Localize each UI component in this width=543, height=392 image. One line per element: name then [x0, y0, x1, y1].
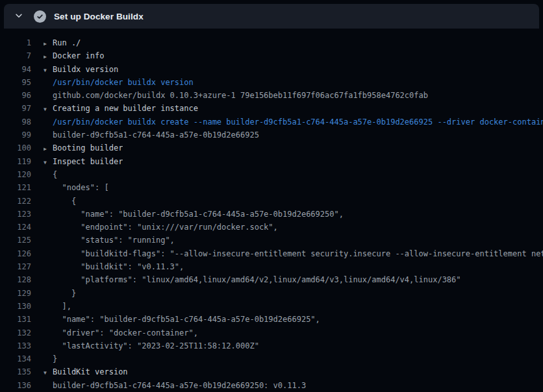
output-text: } [53, 287, 76, 300]
log-line: 96 github.com/docker/buildx 0.10.3+azure… [0, 89, 543, 102]
group-expanded-icon[interactable]: ▼ [44, 64, 53, 77]
output-text: "nodes": [ [53, 181, 109, 194]
line-number[interactable]: 132 [0, 326, 31, 339]
line-number[interactable]: 99 [0, 129, 31, 141]
log-line: 98 /usr/bin/docker buildx create --name … [0, 116, 543, 129]
line-number[interactable]: 121 [0, 181, 31, 194]
log-line: 130 ], [0, 300, 543, 313]
group-title: BuildKit version [53, 365, 128, 378]
line-number[interactable]: 96 [0, 89, 31, 102]
line-number[interactable]: 98 [0, 116, 31, 129]
output-text: github.com/docker/buildx 0.10.3+azure-1 … [53, 89, 428, 102]
log-line: 127 "buildkit": "v0.11.3", [0, 260, 543, 273]
output-text: "name": "builder-d9cfb5a1-c764-445a-a57e… [53, 313, 320, 326]
log-line: 123 "name": "builder-d9cfb5a1-c764-445a-… [0, 208, 543, 221]
log-group-line[interactable]: 94 ▼ Buildx version [0, 63, 543, 76]
log-group-line[interactable]: 1 ▶ Run ./ [0, 36, 543, 49]
log-line: 136 builder-d9cfb5a1-c764-445a-a57e-0b19… [0, 379, 543, 392]
line-number[interactable]: 131 [0, 313, 31, 326]
line-number[interactable]: 129 [0, 287, 31, 300]
step-header[interactable]: Set up Docker Buildx [4, 4, 539, 29]
line-number[interactable]: 135 [0, 365, 31, 378]
group-collapsed-icon[interactable]: ▶ [44, 51, 53, 64]
line-number[interactable]: 127 [0, 260, 31, 273]
chevron-down-icon [14, 11, 23, 22]
output-text: ], [53, 300, 71, 313]
line-number[interactable]: 128 [0, 273, 31, 286]
output-text: { [53, 195, 76, 208]
line-number[interactable]: 122 [0, 195, 31, 208]
output-text: "name": "builder-d9cfb5a1-c764-445a-a57e… [53, 208, 344, 221]
log-group-line[interactable]: 135 ▼ BuildKit version [0, 365, 543, 378]
group-title: Creating a new builder instance [53, 102, 198, 115]
line-number[interactable]: 1 [0, 36, 31, 49]
group-title: Booting builder [53, 141, 123, 154]
log-line: 132 "driver": "docker-container", [0, 326, 543, 339]
output-text: { [53, 168, 57, 181]
line-number[interactable]: 134 [0, 352, 31, 365]
output-text: builder-d9cfb5a1-c764-445a-a57e-0b19d2e6… [53, 129, 259, 141]
group-title: Buildx version [53, 63, 118, 76]
group-title: Run ./ [53, 36, 81, 49]
log-line: 133 "lastActivity": "2023-02-25T11:58:12… [0, 339, 543, 352]
log-group-line[interactable]: 100 ▶ Booting builder [0, 141, 543, 154]
output-text: "driver": "docker-container", [53, 326, 198, 339]
line-number[interactable]: 119 [0, 155, 31, 168]
output-text: "lastActivity": "2023-02-25T11:58:12.000… [53, 339, 259, 352]
log-line: 124 "endpoint": "unix:///var/run/docker.… [0, 221, 543, 234]
group-collapsed-icon[interactable]: ▶ [44, 38, 53, 51]
log-line: 125 "status": "running", [0, 234, 543, 247]
collapse-step-button[interactable] [12, 9, 26, 23]
group-collapsed-icon[interactable]: ▶ [44, 143, 53, 156]
log-line: 134 } [0, 352, 543, 365]
line-number[interactable]: 100 [0, 141, 31, 154]
output-text: } [53, 352, 57, 365]
command-text: /usr/bin/docker buildx version [53, 76, 194, 89]
log-line: 121 "nodes": [ [0, 181, 543, 194]
group-expanded-icon[interactable]: ▼ [44, 156, 53, 169]
log-group-line[interactable]: 7 ▶ Docker info [0, 49, 543, 62]
command-text: /usr/bin/docker buildx create --name bui… [53, 116, 543, 129]
line-number[interactable]: 120 [0, 168, 31, 181]
log-body: 1 ▶ Run ./ 7 ▶ Docker info 94 ▼ Buildx v… [0, 29, 543, 392]
output-text: builder-d9cfb5a1-c764-445a-a57e-0b19d2e6… [53, 379, 306, 392]
log-line: 128 "platforms": "linux/amd64,linux/amd6… [0, 273, 543, 286]
line-number[interactable]: 126 [0, 247, 31, 260]
group-expanded-icon[interactable]: ▼ [44, 103, 53, 116]
line-number[interactable]: 124 [0, 221, 31, 234]
log-line: 95 /usr/bin/docker buildx version [0, 76, 543, 89]
line-number[interactable]: 94 [0, 63, 31, 76]
output-text: "status": "running", [53, 234, 175, 247]
line-number[interactable]: 133 [0, 339, 31, 352]
log-line: 122 { [0, 195, 543, 208]
output-text: "endpoint": "unix:///var/run/docker.sock… [53, 221, 278, 234]
line-number[interactable]: 7 [0, 49, 31, 62]
group-title: Inspect builder [53, 155, 123, 168]
group-title: Docker info [53, 49, 104, 62]
output-text: "buildkit": "v0.11.3", [53, 260, 184, 273]
log-line: 126 "buildkitd-flags": "--allow-insecure… [0, 247, 543, 260]
log-group-line[interactable]: 97 ▼ Creating a new builder instance [0, 102, 543, 115]
actions-log-viewer: Set up Docker Buildx 1 ▶ Run ./ 7 ▶ Dock… [0, 0, 543, 392]
line-number[interactable]: 123 [0, 208, 31, 221]
line-number[interactable]: 125 [0, 234, 31, 247]
log-line: 99 builder-d9cfb5a1-c764-445a-a57e-0b19d… [0, 129, 543, 141]
step-title: Set up Docker Buildx [54, 12, 144, 21]
log-group-line[interactable]: 119 ▼ Inspect builder [0, 155, 543, 168]
line-number[interactable]: 136 [0, 379, 31, 392]
group-expanded-icon[interactable]: ▼ [44, 367, 53, 380]
log-line: 129 } [0, 287, 543, 300]
line-number[interactable]: 97 [0, 102, 31, 115]
output-text: "platforms": "linux/amd64,linux/amd64/v2… [53, 273, 461, 286]
step-status-check-icon [34, 10, 46, 23]
line-number[interactable]: 95 [0, 76, 31, 89]
line-number[interactable]: 130 [0, 300, 31, 313]
output-text: "buildkitd-flags": "--allow-insecure-ent… [53, 247, 543, 260]
log-line: 120 { [0, 168, 543, 181]
log-line: 131 "name": "builder-d9cfb5a1-c764-445a-… [0, 313, 543, 326]
